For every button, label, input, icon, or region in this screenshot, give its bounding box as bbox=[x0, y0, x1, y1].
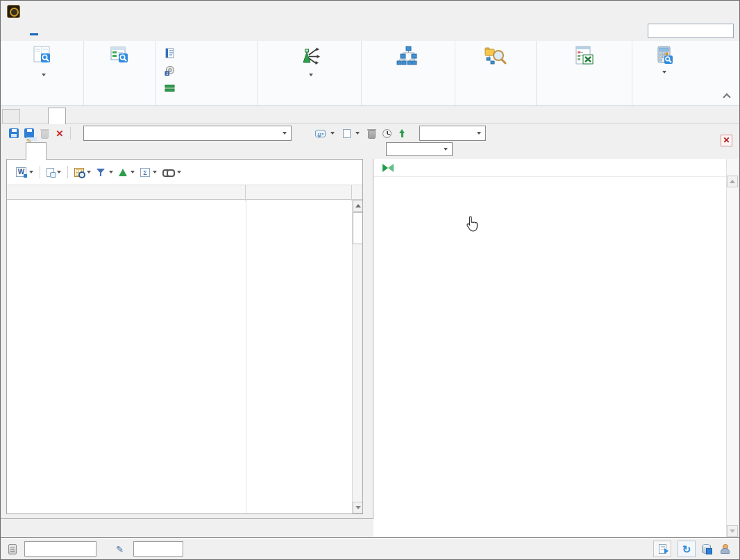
ribbon-group-elements-analysis bbox=[455, 41, 537, 105]
chevron-down-icon[interactable] bbox=[330, 132, 335, 135]
tab-administration[interactable] bbox=[90, 28, 112, 35]
tips-and-tricks-button[interactable] bbox=[648, 24, 734, 38]
tab-system-scout[interactable] bbox=[23, 28, 45, 35]
chevron-down-icon[interactable] bbox=[355, 132, 360, 135]
user-history-icon bbox=[382, 129, 392, 138]
copy-document-icon bbox=[343, 129, 351, 138]
scrollbar-thumb[interactable] bbox=[353, 212, 362, 244]
hand-cursor-icon bbox=[465, 216, 480, 234]
table-search-button[interactable] bbox=[72, 164, 93, 180]
ribbon-group-variable-selector bbox=[84, 41, 156, 105]
tab-tree-view[interactable] bbox=[26, 142, 47, 160]
minimize-button[interactable] bbox=[646, 1, 677, 22]
delete-data-flow-button[interactable]: ✕ bbox=[52, 126, 67, 141]
tree-toolbar bbox=[7, 160, 362, 185]
tab-network-view[interactable] bbox=[6, 142, 26, 160]
view-tabs bbox=[6, 142, 47, 160]
chevron-down-icon bbox=[87, 171, 91, 173]
hierarchy-button[interactable] bbox=[117, 164, 137, 180]
user-status bbox=[720, 544, 732, 554]
database-icon bbox=[702, 544, 711, 554]
system-list-button[interactable] bbox=[5, 541, 20, 557]
bpc-analysis-icon bbox=[654, 46, 675, 67]
column-divider bbox=[246, 200, 246, 514]
aggregate-button[interactable] bbox=[138, 164, 159, 180]
data-flow-analysis-icon bbox=[396, 46, 420, 67]
tree-scrollbar[interactable] bbox=[352, 200, 362, 514]
tab-zpurv01-data-flow[interactable] bbox=[48, 108, 66, 124]
chevron-down-icon bbox=[131, 171, 135, 173]
chevron-down-icon bbox=[57, 171, 61, 173]
scroll-down-button[interactable] bbox=[727, 525, 738, 537]
column-header-node-name[interactable] bbox=[7, 185, 246, 201]
delete-button[interactable] bbox=[37, 126, 52, 141]
tab-docu-performer[interactable] bbox=[1, 28, 23, 35]
close-button[interactable] bbox=[708, 1, 739, 22]
scroll-up-button[interactable] bbox=[727, 176, 738, 187]
link-button[interactable] bbox=[160, 164, 183, 180]
query-selections-scan-button[interactable] bbox=[165, 80, 257, 97]
column-header-code-scan[interactable] bbox=[246, 185, 352, 201]
ribbon-group-data-flow-analyses bbox=[362, 41, 455, 105]
separator bbox=[70, 127, 71, 139]
app-logo-icon bbox=[7, 5, 20, 18]
chevron-down-icon bbox=[42, 74, 46, 76]
close-comment-panel-button[interactable]: ✕ bbox=[721, 135, 732, 146]
analysis-reports-button[interactable] bbox=[17, 44, 67, 79]
comment-variant-select[interactable] bbox=[386, 142, 453, 156]
filter-button[interactable] bbox=[94, 164, 115, 180]
constant-value-scan-button[interactable]: 1 bbox=[165, 62, 257, 80]
refresh-button[interactable]: ↻ bbox=[678, 541, 696, 557]
ribbon-group-bpc bbox=[632, 41, 696, 105]
where-used-analysis-icon bbox=[298, 46, 321, 67]
save-button[interactable] bbox=[6, 126, 22, 141]
delete-comment-button[interactable] bbox=[364, 126, 379, 141]
code-scan-button[interactable] bbox=[165, 45, 257, 62]
report-button[interactable] bbox=[653, 541, 671, 557]
chevron-down-icon bbox=[29, 171, 33, 173]
chevron-down-icon bbox=[177, 171, 181, 173]
chevron-down-icon bbox=[153, 171, 157, 173]
save-as-button[interactable] bbox=[22, 126, 37, 141]
title-bar bbox=[1, 1, 739, 22]
analyze-compare-elements-button[interactable] bbox=[457, 44, 534, 69]
maximize-button[interactable] bbox=[677, 1, 708, 22]
tab-entities[interactable] bbox=[2, 109, 20, 124]
comment-button[interactable] bbox=[312, 126, 328, 141]
bpc-analysis-button[interactable] bbox=[634, 44, 695, 74]
tab-help[interactable] bbox=[112, 28, 134, 35]
scroll-down-button[interactable] bbox=[353, 502, 362, 514]
copy-comment-button[interactable] bbox=[337, 126, 353, 141]
process-chains-button[interactable] bbox=[562, 44, 607, 69]
comment-document-icon bbox=[47, 168, 54, 177]
documentation-scrollbar[interactable] bbox=[726, 159, 738, 537]
separator bbox=[67, 166, 68, 178]
data-flow-view-select[interactable] bbox=[83, 126, 292, 141]
tab-translation-steward[interactable] bbox=[67, 28, 90, 35]
disconnect-button[interactable] bbox=[133, 541, 183, 557]
user-icon bbox=[720, 544, 729, 554]
app-window: 1 bbox=[0, 0, 740, 560]
comment-history-button[interactable] bbox=[379, 126, 394, 141]
code-scan-icon bbox=[165, 48, 175, 60]
arrow-down-icon bbox=[730, 529, 735, 533]
scroll-up-button[interactable] bbox=[353, 200, 362, 212]
where-used-analysis-button[interactable] bbox=[278, 44, 342, 79]
data-flow-analysis-button[interactable] bbox=[384, 44, 432, 69]
select-system-button[interactable] bbox=[24, 541, 96, 557]
comment-language-select[interactable] bbox=[419, 126, 486, 141]
variables-analyzer-button[interactable] bbox=[96, 44, 144, 69]
chevron-down-icon bbox=[109, 171, 113, 173]
document-tab-strip bbox=[1, 106, 739, 124]
upload-comment-button[interactable] bbox=[394, 126, 410, 141]
ribbon-group-entity-analyses bbox=[258, 41, 362, 105]
tab-migration-booster[interactable] bbox=[45, 28, 67, 35]
analysis-reports-icon bbox=[32, 46, 53, 67]
chevron-down-icon bbox=[283, 132, 287, 135]
query-selections-scan-icon bbox=[165, 83, 175, 95]
word-export-button[interactable] bbox=[14, 164, 35, 180]
comment-document-button[interactable] bbox=[44, 164, 63, 180]
tree-body bbox=[7, 200, 362, 514]
collapse-ribbon-icon[interactable] bbox=[723, 93, 730, 101]
save-edit-icon bbox=[24, 128, 34, 138]
